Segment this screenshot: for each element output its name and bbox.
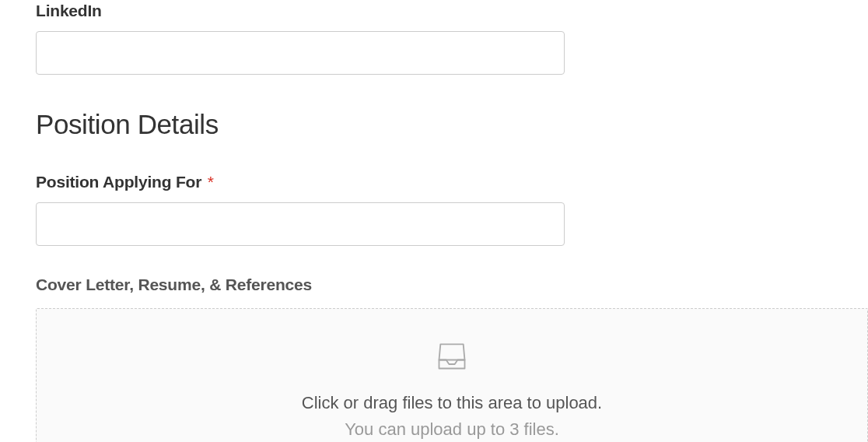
file-upload-area[interactable]: Click or drag files to this area to uplo… [36, 308, 868, 442]
position-label-text: Position Applying For [36, 173, 201, 191]
required-mark: * [208, 173, 214, 191]
linkedin-field-group: LinkedIn [36, 2, 868, 75]
position-label: Position Applying For * [36, 173, 868, 191]
inbox-icon [435, 339, 469, 376]
position-input[interactable] [36, 202, 565, 246]
upload-primary-text: Click or drag files to this area to uplo… [37, 393, 867, 413]
position-details-heading: Position Details [36, 109, 868, 140]
linkedin-input[interactable] [36, 31, 565, 75]
upload-label: Cover Letter, Resume, & References [36, 275, 868, 294]
position-field-group: Position Applying For * [36, 173, 868, 246]
upload-secondary-text: You can upload up to 3 files. [37, 419, 867, 440]
linkedin-label: LinkedIn [36, 2, 868, 20]
